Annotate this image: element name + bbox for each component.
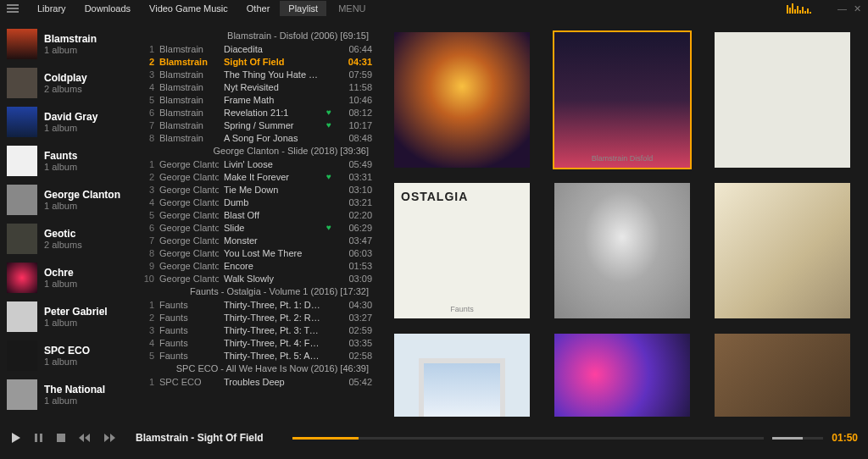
track-number: 3 <box>141 325 154 335</box>
visualizer-icon[interactable] <box>787 3 829 14</box>
artist-name: SPC ECO <box>44 345 90 357</box>
track-number: 2 <box>141 172 154 182</box>
track-number: 7 <box>141 120 154 130</box>
album-cover[interactable] <box>715 32 850 168</box>
track-artist: George Clanton <box>159 159 219 169</box>
track-row[interactable]: 5FauntsThirty-Three, Pt. 5: Arrival02:58 <box>141 349 372 362</box>
artist-item[interactable]: The National1 album <box>7 379 136 410</box>
track-title: Frame Math <box>224 95 321 105</box>
artist-item[interactable]: Blamstrain1 album <box>7 29 136 59</box>
artist-item[interactable]: David Gray1 album <box>7 107 136 137</box>
track-duration: 06:29 <box>340 223 372 233</box>
play-button[interactable] <box>10 432 22 444</box>
track-duration: 08:48 <box>340 133 372 143</box>
volume-bar[interactable] <box>772 437 823 440</box>
track-duration: 03:10 <box>340 185 372 195</box>
heart-icon[interactable]: ♥ <box>326 108 335 117</box>
track-number: 5 <box>141 210 154 220</box>
track-row[interactable]: 1SPC ECOTroubles Deep05:42 <box>141 375 372 388</box>
artist-name: George Clanton <box>44 189 120 201</box>
tab-video-game-music[interactable]: Video Game Music <box>141 1 236 16</box>
track-row[interactable]: 5BlamstrainFrame Math10:46 <box>141 93 372 106</box>
app-icon <box>7 3 20 14</box>
minimize-icon[interactable]: — <box>837 3 847 14</box>
track-row[interactable]: 4George ClantonDumb03:21 <box>141 196 372 208</box>
track-row[interactable]: 3FauntsThirty-Three, Pt. 3: Trauma02:59 <box>141 324 372 336</box>
track-duration: 05:49 <box>340 159 372 169</box>
track-duration: 10:46 <box>340 95 372 105</box>
artist-thumb <box>7 263 37 293</box>
track-row[interactable]: 9George ClantonEncore01:53 <box>141 259 372 272</box>
track-row[interactable]: 3George ClantonTie Me Down03:10 <box>141 183 372 196</box>
close-icon[interactable]: ✕ <box>854 3 861 14</box>
track-row[interactable]: 10George ClantonWalk Slowly03:09 <box>141 272 372 285</box>
tab-downloads[interactable]: Downloads <box>76 1 139 16</box>
track-artist: George Clanton <box>159 210 219 220</box>
track-row[interactable]: 6George ClantonSlide♥06:29 <box>141 221 372 234</box>
pause-button[interactable] <box>34 433 44 443</box>
track-row[interactable]: 5George ClantonBlast Off02:20 <box>141 208 372 221</box>
track-title: Make It Forever <box>224 172 321 182</box>
track-row[interactable]: 8BlamstrainA Song For Jonas08:48 <box>141 131 372 144</box>
album-cover[interactable] <box>394 334 530 417</box>
tab-playlist[interactable]: Playlist <box>280 1 326 16</box>
track-duration: 02:58 <box>340 351 372 361</box>
seek-bar[interactable] <box>292 437 765 440</box>
track-row[interactable]: 1FauntsThirty-Three, Pt. 1: Departure04:… <box>141 298 372 311</box>
track-row[interactable]: 7BlamstrainSpring / Summer♥10:17 <box>141 119 372 131</box>
track-duration: 08:12 <box>340 108 372 118</box>
track-number: 5 <box>141 95 154 105</box>
track-artist: Faunts <box>159 338 219 348</box>
album-cover[interactable] <box>715 183 850 318</box>
track-duration: 11:58 <box>340 82 372 92</box>
track-row[interactable]: 4FauntsThirty-Three, Pt. 4: Forgotten03:… <box>141 336 372 349</box>
track-title: Walk Slowly <box>224 274 321 284</box>
track-row[interactable]: 2BlamstrainSight Of Field04:31 <box>141 55 372 68</box>
prev-button[interactable] <box>78 433 92 443</box>
next-button[interactable] <box>103 433 117 443</box>
track-number: 2 <box>141 57 154 67</box>
track-row[interactable]: 6BlamstrainRevelation 21:1♥08:12 <box>141 106 372 119</box>
artist-item[interactable]: Geotic2 albums <box>7 224 136 254</box>
artist-item[interactable]: SPC ECO1 album <box>7 340 136 371</box>
track-title: Thirty-Three, Pt. 4: Forgotten <box>224 338 321 348</box>
album-cover[interactable] <box>715 334 850 417</box>
artist-item[interactable]: Faunts1 album <box>7 146 136 176</box>
album-cover[interactable]: Blamstrain Disfold <box>554 32 690 168</box>
tab-other[interactable]: Other <box>238 1 279 16</box>
artist-item[interactable]: George Clanton1 album <box>7 185 136 215</box>
album-cover[interactable]: Faunts <box>394 183 530 318</box>
track-row[interactable]: 2FauntsThirty-Three, Pt. 2: Remember...0… <box>141 311 372 324</box>
album-header: George Clanton - Slide (2018) [39:36] <box>141 144 372 158</box>
artist-album-count: 1 album <box>44 318 108 328</box>
heart-icon[interactable]: ♥ <box>326 223 335 232</box>
stop-button[interactable] <box>56 433 66 443</box>
artist-item[interactable]: Ochre1 album <box>7 263 136 293</box>
track-title: Slide <box>224 223 321 233</box>
artist-item[interactable]: Peter Gabriel1 album <box>7 301 136 332</box>
album-header: Blamstrain - Disfold (2006) [69:15] <box>141 29 372 42</box>
track-row[interactable]: 2George ClantonMake It Forever♥03:31 <box>141 170 372 183</box>
heart-icon[interactable]: ♥ <box>326 120 335 130</box>
album-cover[interactable] <box>554 334 690 417</box>
track-row[interactable]: 1BlamstrainDiacedita06:44 <box>141 42 372 55</box>
track-artist: Faunts <box>159 351 219 361</box>
track-artist: George Clanton <box>159 223 219 233</box>
tab-library[interactable]: Library <box>29 1 75 16</box>
track-number: 4 <box>141 338 154 348</box>
album-cover[interactable] <box>554 183 690 318</box>
artist-name: Faunts <box>44 150 77 162</box>
artist-album-count: 1 album <box>44 201 120 211</box>
track-row[interactable]: 8George ClantonYou Lost Me There06:03 <box>141 246 372 259</box>
track-row[interactable]: 1George ClantonLivin' Loose05:49 <box>141 158 372 170</box>
album-cover[interactable] <box>394 32 530 168</box>
track-row[interactable]: 4BlamstrainNyt Revisited11:58 <box>141 80 372 93</box>
heart-icon[interactable]: ♥ <box>326 172 335 181</box>
menu-button[interactable]: MENU <box>330 1 374 16</box>
artist-thumb <box>7 224 37 254</box>
artist-album-count: 1 album <box>44 395 105 406</box>
artist-item[interactable]: Coldplay2 albums <box>7 68 136 98</box>
track-row[interactable]: 7George ClantonMonster03:47 <box>141 234 372 246</box>
track-row[interactable]: 3BlamstrainThe Thing You Hate Me Fo...07… <box>141 68 372 80</box>
track-artist: Blamstrain <box>159 120 219 130</box>
